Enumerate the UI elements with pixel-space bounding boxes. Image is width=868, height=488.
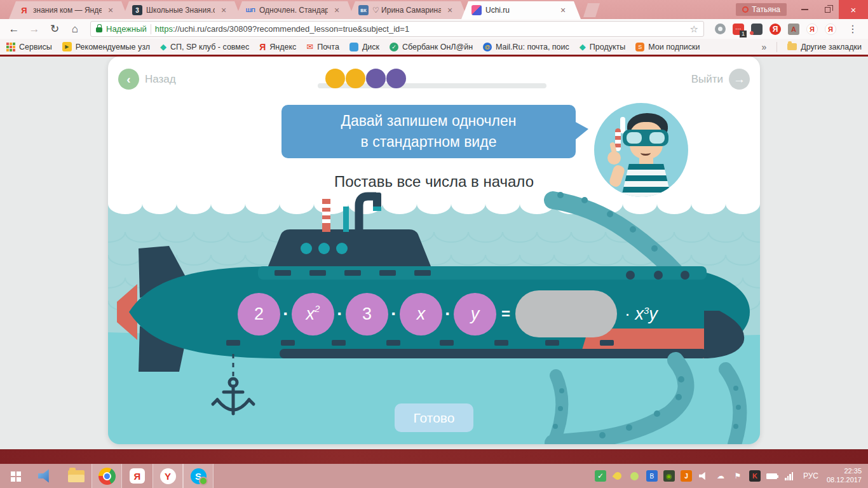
eye-icon <box>715 24 726 34</box>
bookmark-sberbank[interactable]: ✓Сбербанк ОнЛ@йн <box>390 43 473 51</box>
java-icon[interactable]: J <box>681 470 692 482</box>
red-extension-icon[interactable]: ⋯1 <box>731 22 745 36</box>
yandex-app-button[interactable]: Y <box>153 464 183 488</box>
profile-name: Татьяна <box>752 5 780 14</box>
term-bubble-3[interactable]: 3 <box>346 293 388 336</box>
browser-toolbar: ← → ↻ ⌂ Надежный https://uchi.ru/cards/3… <box>0 19 868 39</box>
yandex-browser-button[interactable]: Я <box>122 464 153 488</box>
eye-extension-icon[interactable] <box>713 22 727 36</box>
close-tab-icon[interactable]: × <box>558 5 568 15</box>
url-scheme: https <box>155 24 173 34</box>
speech-bubble-tail <box>574 121 588 140</box>
yandex-extension-icon-2[interactable]: Я <box>805 22 819 36</box>
browser-profile-chip[interactable]: Татьяна <box>736 3 787 16</box>
minimize-button[interactable] <box>793 0 816 19</box>
taskbar-clock[interactable]: 22:35 08.12.2017 <box>827 467 862 485</box>
bookmark-mailru[interactable]: @Mail.Ru: почта, поис <box>483 43 569 51</box>
nvidia-icon[interactable]: ◉ <box>663 470 675 482</box>
new-tab-button[interactable] <box>583 3 600 17</box>
result-dot: · <box>625 304 635 323</box>
lesson-back-button[interactable]: ‹ Назад <box>118 69 176 90</box>
browser-titlebar: Я знания ком — Яндекс: н × 3 Школьные Зн… <box>0 0 868 19</box>
browser-menu-button[interactable]: ⋮ <box>843 23 863 35</box>
term-sup: 2 <box>315 303 320 314</box>
yandex-extension-icon-3[interactable]: Я <box>824 22 837 36</box>
other-bookmarks-button[interactable]: Другие закладки <box>787 43 862 51</box>
bookmark-label: Сервисы <box>19 43 52 51</box>
tray-volume-icon[interactable] <box>698 470 709 482</box>
bookmark-products[interactable]: ◆Продукты <box>580 42 625 51</box>
bookmark-sp-club[interactable]: ◆СП, SP клуб - совмес <box>160 42 249 51</box>
tab-yandex-search[interactable]: Я знания ком — Яндекс: н × <box>9 1 128 19</box>
secure-lock-icon[interactable] <box>96 27 102 32</box>
file-explorer-button[interactable] <box>61 464 92 488</box>
bluetooth-icon[interactable]: B <box>646 470 658 482</box>
answer-drop-zone[interactable] <box>515 290 617 337</box>
close-tab-icon[interactable]: × <box>332 5 342 15</box>
character-smile <box>641 150 651 156</box>
bookmark-label: Продукты <box>590 43 625 51</box>
znanija-favicon: 3 <box>132 5 142 15</box>
action-center-flag-icon[interactable]: ⚑ <box>732 470 743 482</box>
term-bubble-2[interactable]: 2 <box>238 293 280 336</box>
term-bubble-x2[interactable]: x2 <box>292 293 334 336</box>
close-window-button[interactable]: × <box>839 0 868 19</box>
adobe-extension-icon[interactable]: A <box>787 22 801 36</box>
security-label: Надежный <box>106 24 147 34</box>
yandex-icon: Я <box>770 24 781 35</box>
tab-odnochlen[interactable]: ШП Одночлен. Стандартны × <box>235 1 355 19</box>
bookmarks-overflow-button[interactable]: » <box>761 42 766 52</box>
bookmark-services[interactable]: Сервисы <box>6 43 52 51</box>
dark-extension-icon[interactable] <box>750 22 764 36</box>
tab-vk[interactable]: ВК ♡ Ирина Самарина-Лаб × <box>348 1 468 19</box>
equation-row: 2 · x2 · 3 · x · y = · x3y <box>238 290 658 337</box>
lesson-exit-button[interactable]: Выйти → <box>691 69 750 90</box>
bookmark-star-icon[interactable]: ☆ <box>690 24 698 35</box>
yandex-extension-icon[interactable]: Я <box>768 22 782 36</box>
language-indicator[interactable]: РУС <box>803 471 818 480</box>
chrome-taskbar-button[interactable] <box>92 464 122 488</box>
reload-button[interactable]: ↻ <box>46 21 64 37</box>
url-text[interactable]: https://uchi.ru/cards/30809?recommended_… <box>155 24 686 34</box>
address-bar[interactable]: Надежный https://uchi.ru/cards/30809?rec… <box>90 21 704 37</box>
ocean-scene: 2 · x2 · 3 · x · y = · x3y Готово <box>108 190 760 444</box>
done-button[interactable]: Готово <box>395 403 473 432</box>
term-bubble-x[interactable]: x <box>400 293 442 336</box>
extensions-row: ⋯1 Я A Я Я <box>710 22 840 36</box>
bookmark-recommended[interactable]: ▶Рекомендуемые узл <box>62 42 150 51</box>
volume-mixer-button[interactable] <box>31 464 61 488</box>
close-tab-icon[interactable]: × <box>105 5 116 15</box>
apps-grid-icon <box>6 43 9 45</box>
bookmark-mail[interactable]: ✉Почта <box>306 42 339 51</box>
skype-button[interactable]: S <box>183 464 214 488</box>
bookmark-yandex[interactable]: ЯЯндекс <box>259 42 296 52</box>
bookmark-subscriptions[interactable]: SМои подписки <box>635 43 700 51</box>
close-tab-icon[interactable]: × <box>219 5 229 15</box>
back-button[interactable]: ← <box>5 21 23 37</box>
yandex-y-icon: Y <box>160 468 176 484</box>
bookmark-disk[interactable]: Диск <box>349 43 379 51</box>
restore-button[interactable] <box>816 0 839 19</box>
home-button[interactable]: ⌂ <box>66 21 84 37</box>
tab-znanija[interactable]: 3 Школьные Знания.com × <box>122 1 241 19</box>
camera-icon <box>751 24 763 35</box>
result-suffix: y <box>649 304 658 323</box>
bookmark-label: Диск <box>362 43 379 51</box>
term-text: 2 <box>254 304 264 324</box>
extension-badge: 1 <box>740 30 747 37</box>
start-button[interactable] <box>0 464 31 488</box>
antivirus-ok-icon[interactable]: ✓ <box>595 470 606 482</box>
cloud-sync-icon[interactable]: ☁ <box>715 470 726 482</box>
term-bubble-y[interactable]: y <box>454 293 496 336</box>
tab-uchi-active[interactable]: Uchi.ru × <box>461 1 581 19</box>
close-tab-icon[interactable]: × <box>445 5 455 15</box>
kaspersky-icon[interactable]: K <box>749 470 761 482</box>
network-signal-icon[interactable] <box>783 470 795 482</box>
tray-app-icon[interactable] <box>612 470 623 482</box>
forward-button[interactable]: → <box>25 21 43 37</box>
task-instruction: Поставь все числа в начало <box>108 173 760 191</box>
gem-icon: ◆ <box>580 42 586 51</box>
battery-icon[interactable] <box>766 470 778 482</box>
tray-app-icon-2[interactable] <box>629 470 641 482</box>
sberbank-icon: ✓ <box>390 43 398 51</box>
